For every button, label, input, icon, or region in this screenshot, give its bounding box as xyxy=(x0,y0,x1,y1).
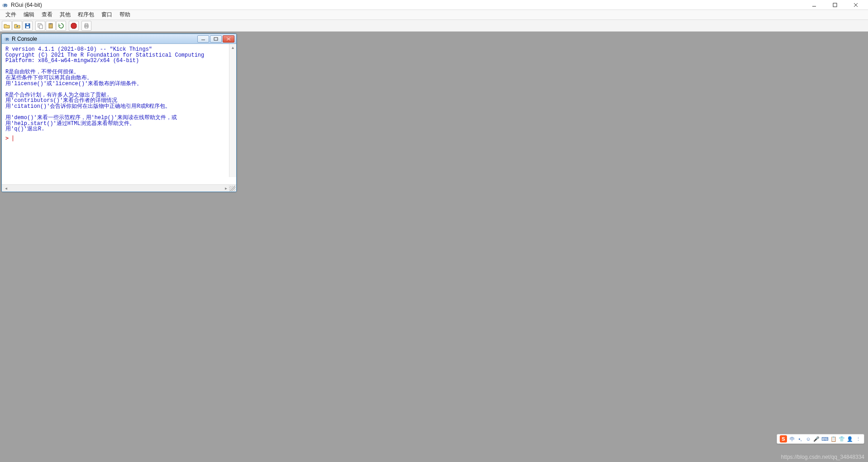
paste-icon[interactable] xyxy=(46,21,56,31)
ime-lang-toggle[interactable]: 中 xyxy=(789,436,795,443)
svg-text:R: R xyxy=(5,37,9,42)
ime-more-icon[interactable]: ⋮ xyxy=(855,436,861,442)
r-console-output: R version 4.1.1 (2021-08-10) -- "Kick Th… xyxy=(5,47,233,132)
ime-punct-toggle[interactable]: •, xyxy=(797,436,803,442)
svg-rect-20 xyxy=(214,38,218,40)
ime-keyboard-icon[interactable]: ⌨ xyxy=(821,436,829,442)
app-window: R RGui (64-bit) 文件 编辑 查看 其他 程序包 窗口 帮助 xyxy=(0,0,868,462)
horizontal-scrollbar[interactable]: ◂ ▸ xyxy=(2,184,236,192)
menubar: 文件 编辑 查看 其他 程序包 窗口 帮助 xyxy=(0,10,868,20)
svg-rect-15 xyxy=(85,24,88,25)
close-button[interactable] xyxy=(845,0,866,10)
child-maximize-button[interactable] xyxy=(210,35,222,43)
r-app-icon: R xyxy=(2,2,8,8)
svg-rect-10 xyxy=(39,25,43,29)
menu-misc[interactable]: 其他 xyxy=(56,10,74,19)
save-icon[interactable] xyxy=(23,21,33,31)
ime-skin-icon[interactable]: 👕 xyxy=(839,436,845,442)
sogou-logo-icon[interactable]: S xyxy=(780,435,787,443)
svg-rect-8 xyxy=(27,24,29,25)
svg-marker-13 xyxy=(71,23,76,29)
ime-toolbar[interactable]: S 中 •, ☺ 🎤 ⌨ 📋 👕 👤 ⋮ xyxy=(777,434,864,444)
svg-rect-12 xyxy=(50,23,52,24)
svg-rect-7 xyxy=(26,26,29,28)
scroll-up-icon[interactable]: ▴ xyxy=(229,44,236,50)
r-console-body[interactable]: R version 4.1.1 (2021-08-10) -- "Kick Th… xyxy=(2,44,236,184)
mdi-client-area[interactable]: R R Console R version 4.1.1 (2021-08-10)… xyxy=(0,32,868,462)
child-minimize-button[interactable] xyxy=(197,35,209,43)
copy-icon[interactable] xyxy=(35,21,45,31)
minimize-button[interactable] xyxy=(804,0,825,10)
menu-help[interactable]: 帮助 xyxy=(116,10,134,19)
prompt-symbol: > xyxy=(5,135,9,141)
refresh-icon[interactable] xyxy=(56,21,66,31)
child-close-button[interactable] xyxy=(223,35,234,43)
menu-packages[interactable]: 程序包 xyxy=(74,10,98,19)
svg-rect-3 xyxy=(833,3,837,7)
ime-emoji-icon[interactable]: ☺ xyxy=(805,436,811,442)
print-icon[interactable] xyxy=(81,21,91,31)
ime-clipboard-icon[interactable]: 📋 xyxy=(830,436,837,442)
menu-edit[interactable]: 编辑 xyxy=(20,10,38,19)
svg-rect-16 xyxy=(85,27,88,28)
r-app-icon: R xyxy=(4,36,10,42)
window-title: RGui (64-bit) xyxy=(11,2,42,8)
ime-voice-icon[interactable]: 🎤 xyxy=(813,436,820,442)
menu-view[interactable]: 查看 xyxy=(38,10,56,19)
text-cursor xyxy=(13,135,13,141)
r-console-window[interactable]: R R Console R version 4.1.1 (2021-08-10)… xyxy=(1,34,237,192)
r-console-titlebar[interactable]: R R Console xyxy=(2,34,236,44)
ime-user-icon[interactable]: 👤 xyxy=(847,436,853,442)
toolbar xyxy=(0,20,868,32)
stop-icon[interactable] xyxy=(69,21,79,31)
scroll-left-icon[interactable]: ◂ xyxy=(3,186,9,191)
watermark-text: https://blog.csdn.net/qq_34848334 xyxy=(781,454,864,460)
menu-file[interactable]: 文件 xyxy=(2,10,20,19)
svg-text:R: R xyxy=(4,3,7,8)
maximize-button[interactable] xyxy=(825,0,845,10)
resize-grip[interactable] xyxy=(229,186,235,191)
load-workspace-icon[interactable] xyxy=(12,21,22,31)
scroll-right-icon[interactable]: ▸ xyxy=(223,186,229,191)
r-console-prompt-line[interactable]: > xyxy=(5,135,233,141)
open-icon[interactable] xyxy=(2,21,12,31)
vertical-scrollbar[interactable]: ▴ xyxy=(229,44,236,177)
r-console-title: R Console xyxy=(12,36,37,42)
titlebar[interactable]: R RGui (64-bit) xyxy=(0,0,868,10)
menu-windows[interactable]: 窗口 xyxy=(98,10,116,19)
